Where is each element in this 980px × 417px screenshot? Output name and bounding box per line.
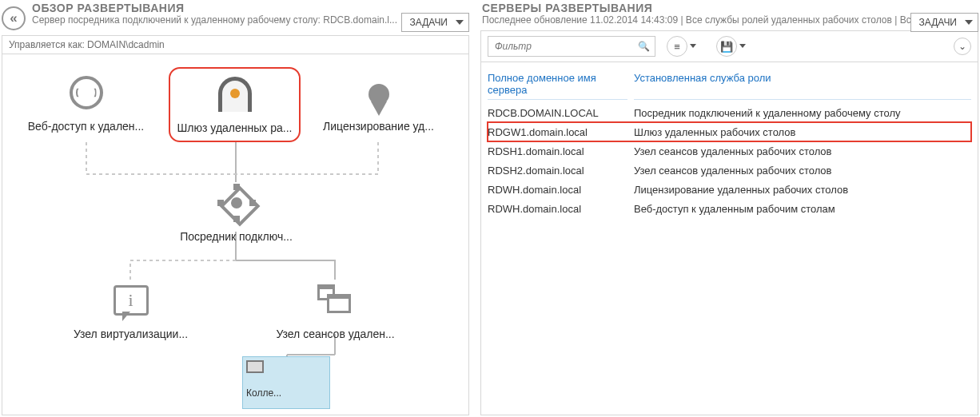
gateway-icon xyxy=(214,73,256,115)
servers-tasks-button[interactable]: ЗАДАЧИ xyxy=(910,13,978,32)
cell-server: RDCB.DOMAIN.LOCAL xyxy=(488,107,627,119)
table-row[interactable]: RDSH1.domain.localУзел сеансов удаленных… xyxy=(488,141,971,161)
broker-icon xyxy=(216,182,257,224)
deployment-diagram: Веб-доступ к удален... Шлюз удаленных ра… xyxy=(2,54,469,415)
servers-title: СЕРВЕРЫ РАЗВЕРТЫВАНИЯ xyxy=(482,2,978,14)
node-session-host[interactable]: Узел сеансов удален... xyxy=(269,280,401,340)
cell-server: RDSH1.domain.local xyxy=(488,145,627,157)
table-body: RDCB.DOMAIN.LOCALПосредник подключений к… xyxy=(488,103,971,218)
tasks-label: ЗАДАЧИ xyxy=(410,17,448,28)
overview-panel: « ОБЗОР РАЗВЕРТЫВАНИЯ Сервер посредника … xyxy=(2,2,469,415)
cell-role: Шлюз удаленных рабочих столов xyxy=(634,126,971,138)
expand-button[interactable]: ⌄ xyxy=(954,38,971,55)
cell-server: RDGW1.domain.local xyxy=(488,126,627,138)
tasks-label: ЗАДАЧИ xyxy=(919,17,957,28)
cell-role: Посредник подключений к удаленному рабоч… xyxy=(634,107,971,119)
chevron-down-icon xyxy=(739,44,746,48)
globe-icon xyxy=(66,72,107,113)
node-web-access[interactable]: Веб-доступ к удален... xyxy=(20,72,152,133)
node-label: Веб-доступ к удален... xyxy=(20,120,152,133)
collection-small-icon xyxy=(246,360,264,373)
cell-role: Узел сеансов удаленных рабочих столов xyxy=(634,165,971,177)
servers-panel: СЕРВЕРЫ РАЗВЕРТЫВАНИЯ Последнее обновлен… xyxy=(480,2,978,415)
cell-server: RDWH.domain.local xyxy=(488,203,627,215)
node-broker[interactable]: Посредник подключ... xyxy=(170,182,302,243)
save-options-button[interactable]: 💾 xyxy=(716,36,737,57)
node-label: Шлюз удаленных ра... xyxy=(172,121,297,134)
columns-options-button[interactable]: ≡ xyxy=(667,36,687,57)
servers-subtitle: Последнее обновление 11.02.2014 14:43:09… xyxy=(482,14,978,26)
ribbon-icon xyxy=(358,72,400,113)
overview-header: « ОБЗОР РАЗВЕРТЫВАНИЯ Сервер посредника … xyxy=(2,2,469,30)
table-row[interactable]: RDWH.domain.localЛицензирование удаленны… xyxy=(488,180,971,199)
node-virtualization[interactable]: i Узел виртуализации... xyxy=(65,280,197,340)
filter-input[interactable] xyxy=(493,40,638,53)
collapse-icon[interactable]: « xyxy=(2,6,26,30)
column-role[interactable]: Установленная служба роли xyxy=(634,69,971,100)
cell-role: Лицензирование удаленных рабочих столов xyxy=(634,184,971,196)
filter-box[interactable]: 🔍 xyxy=(488,36,655,57)
chevron-down-icon xyxy=(690,44,696,48)
node-label: Лицензирование уд... xyxy=(313,120,444,133)
node-label: Узел виртуализации... xyxy=(65,328,197,340)
chevron-down-icon xyxy=(965,20,973,25)
search-icon[interactable]: 🔍 xyxy=(638,41,650,52)
chevron-down-icon xyxy=(456,20,464,25)
table-row[interactable]: RDSH2.domain.localУзел сеансов удаленных… xyxy=(488,161,971,180)
column-server[interactable]: Полное доменное имя сервера xyxy=(488,69,627,100)
node-label: Узел сеансов удален... xyxy=(269,328,401,340)
overview-tasks-button[interactable]: ЗАДАЧИ xyxy=(401,13,469,32)
cell-server: RDWH.domain.local xyxy=(488,184,627,196)
table-row[interactable]: RDCB.DOMAIN.LOCALПосредник подключений к… xyxy=(488,103,971,122)
table-row[interactable]: RDWH.domain.localВеб-доступ к удаленным … xyxy=(488,199,971,218)
cell-role: Веб-доступ к удаленным рабочим столам xyxy=(634,203,971,215)
cell-role: Узел сеансов удаленных рабочих столов xyxy=(634,145,971,157)
collection-tile[interactable]: Колле... xyxy=(242,356,330,409)
servers-header: СЕРВЕРЫ РАЗВЕРТЫВАНИЯ Последнее обновлен… xyxy=(480,2,978,26)
node-label: Посредник подключ... xyxy=(170,230,302,243)
info-bubble-icon: i xyxy=(110,280,152,321)
servers-toolbar: 🔍 ≡ 💾 ⌄ xyxy=(480,30,978,62)
table-header: Полное доменное имя сервера Установленна… xyxy=(488,69,971,100)
cell-server: RDSH2.domain.local xyxy=(488,165,627,177)
node-gateway[interactable]: Шлюз удаленных ра... xyxy=(169,67,301,142)
managed-as-bar: Управляется как: DOMAIN\dcadmin xyxy=(2,35,469,54)
collection-label: Колле... xyxy=(246,387,326,399)
windows-icon xyxy=(315,280,357,321)
node-licensing[interactable]: Лицензирование уд... xyxy=(313,72,444,133)
table-row[interactable]: RDGW1.domain.localШлюз удаленных рабочих… xyxy=(488,122,971,141)
servers-table: Полное доменное имя сервера Установленна… xyxy=(480,62,978,415)
